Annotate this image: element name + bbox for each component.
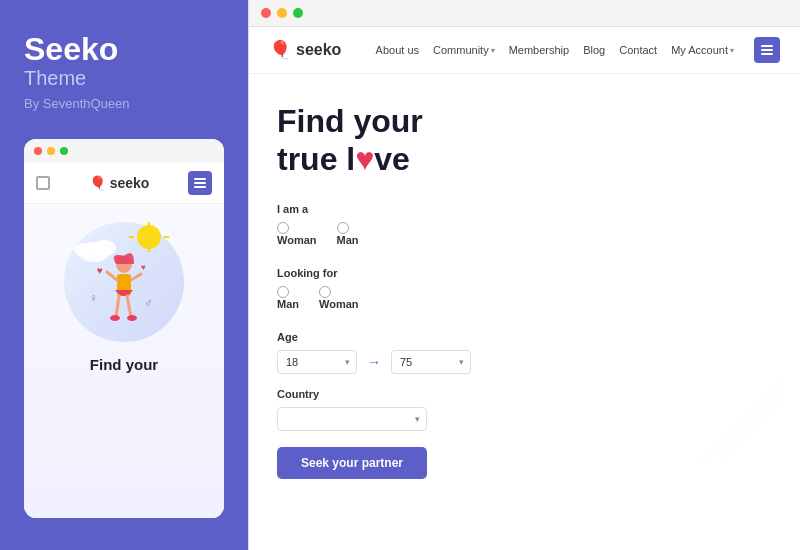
- svg-line-14: [127, 296, 131, 317]
- nav-myaccount[interactable]: My Account ▾: [671, 44, 734, 56]
- logo-balloon-icon: 🎈: [269, 39, 291, 61]
- age-to-wrapper: 75 70 65 60: [391, 350, 471, 374]
- site-logo: 🎈 seeko: [269, 39, 341, 61]
- svg-rect-0: [194, 178, 206, 180]
- svg-point-16: [127, 315, 137, 321]
- mobile-preview-content: ♥ ♥ ♀ ♂ Find your: [24, 204, 224, 518]
- country-label: Country: [277, 388, 772, 400]
- nav-about[interactable]: About us: [376, 44, 419, 56]
- svg-rect-23: [761, 45, 773, 47]
- nav-action-button[interactable]: [754, 37, 780, 63]
- brand-title: Seeko: [24, 32, 224, 67]
- svg-text:♂: ♂: [144, 296, 153, 310]
- iam-radio-group: Woman Man: [277, 222, 772, 253]
- chevron-down-icon: ▾: [491, 46, 495, 55]
- mobile-find-text: Find your: [78, 356, 170, 374]
- iam-woman-option[interactable]: Woman: [277, 222, 317, 246]
- heart-icon: ♥: [355, 141, 374, 177]
- hero-section: Find your true l♥ve I am a Woman Man: [249, 74, 800, 479]
- age-group: Age 18 19 20 25 30 →: [277, 331, 772, 374]
- site-logo-text: seeko: [296, 41, 341, 59]
- deco-lines: [700, 379, 780, 459]
- svg-rect-24: [761, 49, 773, 51]
- mobile-nav-icon[interactable]: [188, 171, 212, 195]
- radio-circle-3: [277, 286, 289, 298]
- dot-green: [60, 147, 68, 155]
- nav-community[interactable]: Community ▾: [433, 44, 495, 56]
- list-icon: [194, 178, 206, 188]
- browser-dot-green: [293, 8, 303, 18]
- browser-dot-red: [261, 8, 271, 18]
- arrow-right-icon: →: [367, 354, 381, 370]
- chevron-down-icon-2: ▾: [730, 46, 734, 55]
- radio-circle-4: [319, 286, 331, 298]
- looking-label: Looking for: [277, 267, 772, 279]
- svg-line-26: [700, 379, 780, 459]
- mobile-logo-text: seeko: [110, 175, 150, 191]
- nav-membership[interactable]: Membership: [509, 44, 570, 56]
- nav-links: About us Community ▾ Membership Blog Con…: [376, 44, 734, 56]
- looking-group: Looking for Man Woman: [277, 267, 772, 317]
- right-panel: 🎈 seeko About us Community ▾ Membership …: [248, 0, 800, 550]
- country-select[interactable]: United States United Kingdom Canada Aust…: [277, 407, 427, 431]
- looking-man-option[interactable]: Man: [277, 286, 299, 310]
- illustration: ♥ ♥ ♀ ♂: [54, 212, 194, 352]
- age-label: Age: [277, 331, 772, 343]
- radio-circle-2: [337, 222, 349, 234]
- mobile-nav: 🎈 seeko: [24, 163, 224, 204]
- seek-button[interactable]: Seek your partner: [277, 447, 427, 479]
- svg-line-28: [720, 399, 780, 459]
- age-to-select[interactable]: 75 70 65 60: [391, 350, 471, 374]
- age-from-wrapper: 18 19 20 25 30: [277, 350, 357, 374]
- dot-red: [34, 147, 42, 155]
- svg-text:♥: ♥: [97, 265, 103, 276]
- svg-rect-2: [194, 186, 206, 188]
- menu-icon: [36, 176, 50, 190]
- svg-line-17: [107, 272, 117, 280]
- nav-contact[interactable]: Contact: [619, 44, 657, 56]
- svg-point-15: [110, 315, 120, 321]
- browser-dot-yellow: [277, 8, 287, 18]
- svg-line-13: [116, 296, 119, 317]
- hero-title: Find your true l♥ve: [277, 102, 772, 179]
- mobile-preview-bar: [24, 139, 224, 163]
- iam-man-option[interactable]: Man: [337, 222, 359, 246]
- svg-line-27: [710, 389, 780, 459]
- iam-label: I am a: [277, 203, 772, 215]
- age-row: 18 19 20 25 30 → 75 70: [277, 350, 772, 374]
- svg-point-3: [137, 225, 161, 249]
- iam-group: I am a Woman Man: [277, 203, 772, 253]
- mobile-logo: 🎈 seeko: [89, 175, 150, 191]
- left-panel: Seeko Theme By SeventhQueen 🎈 seeko: [0, 0, 248, 550]
- browser-content: 🎈 seeko About us Community ▾ Membership …: [249, 27, 800, 550]
- country-group: Country United States United Kingdom Can…: [277, 388, 772, 431]
- browser-bar: [249, 0, 800, 27]
- svg-rect-25: [761, 53, 773, 55]
- svg-text:♀: ♀: [89, 291, 98, 305]
- mobile-preview-card: 🎈 seeko: [24, 139, 224, 518]
- svg-line-18: [131, 274, 141, 280]
- heart-balloon-icon: 🎈: [89, 175, 106, 191]
- age-from-select[interactable]: 18 19 20 25 30: [277, 350, 357, 374]
- nav-blog[interactable]: Blog: [583, 44, 605, 56]
- brand-author: By SeventhQueen: [24, 96, 224, 111]
- menu-lines-icon: [761, 45, 773, 55]
- svg-point-9: [92, 240, 116, 256]
- looking-radio-group: Man Woman: [277, 286, 772, 317]
- site-nav: 🎈 seeko About us Community ▾ Membership …: [249, 27, 800, 74]
- brand-subtitle: Theme: [24, 67, 224, 90]
- svg-text:♥: ♥: [141, 263, 146, 272]
- country-select-wrapper: United States United Kingdom Canada Aust…: [277, 407, 427, 431]
- radio-circle: [277, 222, 289, 234]
- svg-point-10: [74, 243, 94, 257]
- dot-yellow: [47, 147, 55, 155]
- couple-illustration: ♥ ♥ ♀ ♂: [69, 222, 179, 342]
- search-form: I am a Woman Man Looking for: [277, 203, 772, 479]
- svg-rect-1: [194, 182, 206, 184]
- looking-woman-option[interactable]: Woman: [319, 286, 359, 310]
